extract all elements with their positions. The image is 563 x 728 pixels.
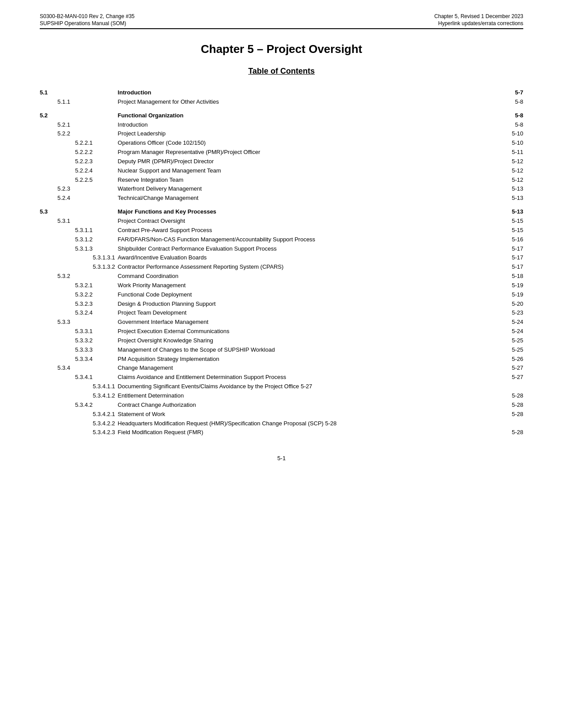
toc-section-id: 5.3 <box>40 207 118 217</box>
toc-section-label: Headquarters Modification Request (HMR)/… <box>118 419 507 428</box>
toc-page-number: 5-28 <box>507 428 523 437</box>
toc-page-number: 5-27 <box>507 373 523 382</box>
toc-section-label: Project Leadership <box>118 129 507 139</box>
toc-section-id: 5.3.4.2.2 <box>40 419 118 428</box>
toc-section-id: 5.3.1.2 <box>40 235 118 244</box>
toc-page-number: 5-28 <box>507 410 523 419</box>
toc-section-id: 5.2.2.4 <box>40 166 118 176</box>
toc-row: 5.3.1.3.1Award/Incentive Evaluation Boar… <box>40 253 523 263</box>
toc-row: 5.3.3.3Management of Changes to the Scop… <box>40 345 523 355</box>
toc-row: 5.3.4.2.3Field Modification Request (FMR… <box>40 428 523 437</box>
toc-row: 5.3.4.2.2Headquarters Modification Reque… <box>40 419 523 428</box>
toc-page-number <box>507 382 523 391</box>
toc-row: 5.3.3.4PM Acquisition Strategy Implement… <box>40 355 523 364</box>
toc-page-number: 5-28 <box>507 401 523 410</box>
toc-row: 5.3.4.1Claims Avoidance and Entitlement … <box>40 373 523 382</box>
toc-row: 5.3.2.4Project Team Development5-23 <box>40 308 523 318</box>
toc-row: 5.3.2Command Coordination5-18 <box>40 272 523 281</box>
toc-row: 5.2.2.4Nuclear Support and Management Te… <box>40 166 523 176</box>
toc-section-id: 5.3.2.2 <box>40 290 118 300</box>
toc-section-label: Introduction <box>118 120 507 130</box>
toc-section-id: 5.2.1 <box>40 120 118 130</box>
toc-section-label: Command Coordination <box>118 272 507 281</box>
toc-section-id: 5.3.1.3 <box>40 244 118 254</box>
header-divider <box>40 28 523 29</box>
toc-row: 5.3.1.1Contract Pre-Award Support Proces… <box>40 226 523 235</box>
toc-row: 5.3.1.3.2Contractor Performance Assessme… <box>40 263 523 272</box>
toc-page-number: 5-13 <box>507 207 523 217</box>
toc-page-number: 5-10 <box>507 129 523 139</box>
toc-section-id: 5.2.2.1 <box>40 139 118 148</box>
toc-section-id: 5.3.3.2 <box>40 336 118 345</box>
toc-section-id: 5.2 <box>40 111 118 120</box>
toc-row: 5.2.2.1Operations Officer (Code 102/150)… <box>40 139 523 148</box>
toc-section-label: Program Manager Representative (PMR)/Pro… <box>118 148 507 157</box>
toc-row: 5.3.1.3Shipbuilder Contract Performance … <box>40 244 523 254</box>
toc-row: 5.3.1.2FAR/DFARS/Non-CAS Function Manage… <box>40 235 523 244</box>
toc-section-id: 5.3.4.1.2 <box>40 391 118 401</box>
toc-section-label: Shipbuilder Contract Performance Evaluat… <box>118 244 507 254</box>
toc-page-number: 5-8 <box>507 120 523 130</box>
toc-page-number: 5-24 <box>507 318 523 327</box>
toc-row: 5.3.4.2.1Statement of Work5-28 <box>40 410 523 419</box>
toc-page-number: 5-7 <box>507 88 523 98</box>
toc-section-label: Deputy PMR (DPMR)/Project Director <box>118 157 507 166</box>
toc-row: 5.3.2.3Design & Production Planning Supp… <box>40 300 523 309</box>
toc-row: 5.2.3Waterfront Delivery Management5-13 <box>40 184 523 194</box>
toc-page-number: 5-15 <box>507 226 523 235</box>
toc-row: 5.2.2.5Reserve Integration Team5-12 <box>40 176 523 185</box>
toc-section-id: 5.3.4.2.1 <box>40 410 118 419</box>
toc-row: 5.2.2.2Program Manager Representative (P… <box>40 148 523 157</box>
toc-page-number: 5-18 <box>507 272 523 281</box>
toc-section-label: Entitlement Determination <box>118 391 507 401</box>
toc-section-label: Documenting Significant Events/Claims Av… <box>118 382 507 391</box>
toc-section-label: Statement of Work <box>118 410 507 419</box>
toc-section-id: 5.3.4 <box>40 364 118 373</box>
toc-table: 5.1Introduction5-75.1.1Project Managemen… <box>40 88 523 437</box>
toc-section-label: Introduction <box>118 88 507 98</box>
toc-page-number: 5-19 <box>507 290 523 300</box>
toc-row: 5.1Introduction5-7 <box>40 88 523 98</box>
toc-page-number: 5-16 <box>507 235 523 244</box>
toc-title: Table of Contents <box>40 67 523 76</box>
toc-row: 5.2.1Introduction5-8 <box>40 120 523 130</box>
toc-section-id: 5.3.3.1 <box>40 327 118 336</box>
chapter-date: Chapter 5, Revised 1 December 2023 <box>435 13 523 19</box>
toc-section-label: Nuclear Support and Management Team <box>118 166 507 176</box>
toc-row: 5.3.2.2Functional Code Deployment5-19 <box>40 290 523 300</box>
doc-name: SUPSHIP Operations Manual (SOM) <box>40 20 135 26</box>
toc-section-id: 5.2.2.3 <box>40 157 118 166</box>
toc-page-number: 5-25 <box>507 345 523 355</box>
toc-page-number: 5-12 <box>507 176 523 185</box>
toc-spacer <box>40 107 523 111</box>
toc-section-id: 5.3.2.3 <box>40 300 118 309</box>
toc-section-label: PM Acquisition Strategy Implementation <box>118 355 507 364</box>
toc-page-number: 5-17 <box>507 244 523 254</box>
toc-section-label: Government Interface Management <box>118 318 507 327</box>
toc-section-id: 5.2.2 <box>40 129 118 139</box>
toc-section-id: 5.3.2 <box>40 272 118 281</box>
toc-section-id: 5.3.1 <box>40 217 118 226</box>
toc-section-id: 5.3.4.1.1 <box>40 382 118 391</box>
toc-page-number: 5-8 <box>507 98 523 107</box>
toc-section-label: Operations Officer (Code 102/150) <box>118 139 507 148</box>
toc-row: 5.3.2.1Work Priority Management5-19 <box>40 281 523 290</box>
chapter-title: Chapter 5 – Project Oversight <box>40 42 523 56</box>
toc-section-label: Award/Incentive Evaluation Boards <box>118 253 507 263</box>
toc-page-number: 5-13 <box>507 194 523 203</box>
toc-section-label: Project Execution External Communication… <box>118 327 507 336</box>
toc-section-id: 5.2.3 <box>40 184 118 194</box>
toc-row: 5.3.4.2Contract Change Authorization5-28 <box>40 401 523 410</box>
toc-section-id: 5.3.3.4 <box>40 355 118 364</box>
toc-section-label: FAR/DFARS/Non-CAS Function Management/Ac… <box>118 235 507 244</box>
toc-section-id: 5.3.3 <box>40 318 118 327</box>
toc-section-label: Work Priority Management <box>118 281 507 290</box>
toc-section-label: Claims Avoidance and Entitlement Determi… <box>118 373 507 382</box>
toc-spacer <box>40 203 523 207</box>
toc-section-label: Project Oversight Knowledge Sharing <box>118 336 507 345</box>
toc-page-number: 5-25 <box>507 336 523 345</box>
toc-row: 5.2.2.3Deputy PMR (DPMR)/Project Directo… <box>40 157 523 166</box>
toc-row: 5.3.4.1.2Entitlement Determination5-28 <box>40 391 523 401</box>
toc-page-number: 5-26 <box>507 355 523 364</box>
toc-section-label: Reserve Integration Team <box>118 176 507 185</box>
